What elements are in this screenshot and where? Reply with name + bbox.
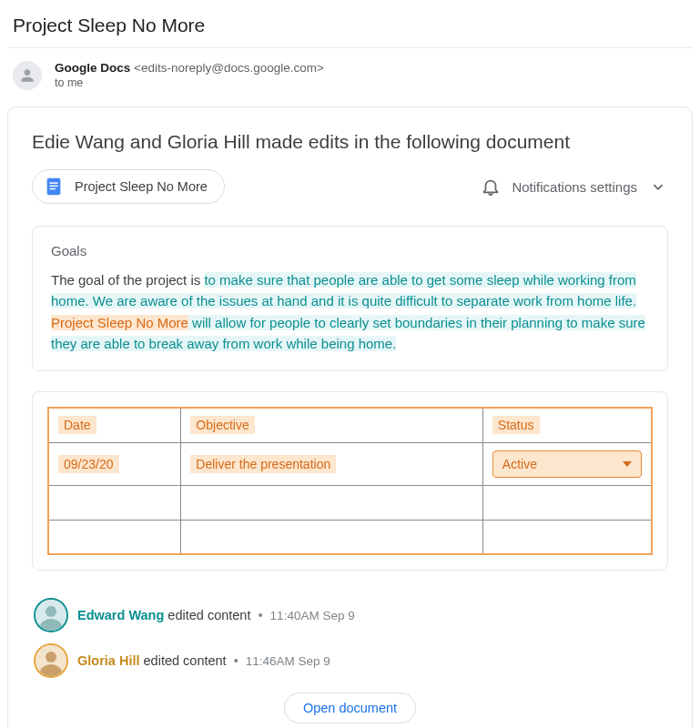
svg-point-5 [46,606,56,617]
avatar [36,645,66,676]
cell-objective: Deliver the presentation [181,442,483,485]
open-document-button[interactable]: Open document [284,693,416,723]
recipient-line[interactable]: to me [55,76,324,89]
separator-dot: • [230,653,242,668]
svg-rect-3 [49,188,55,189]
triangle-down-icon [623,461,632,467]
table-section: Date Objective Status 09/23/20 Deliver t… [32,391,668,571]
svg-rect-1 [49,182,57,183]
editor-timestamp: 11:46AM Sep 9 [246,654,330,668]
cell-date: 09/23/20 [48,442,181,485]
cell-status: Active [482,442,652,485]
goals-body: The goal of the project is to make sure … [51,269,649,354]
objectives-table: Date Objective Status 09/23/20 Deliver t… [47,407,653,555]
editor-name[interactable]: Edward Wang [77,608,164,622]
avatar [36,600,66,631]
sender-line: Google Docs <edits-noreply@docs.google.c… [55,61,324,75]
editor-name[interactable]: Gloria Hill [77,653,140,668]
email-subject: Project Sleep No More [7,9,693,48]
notifications-label: Notifications settings [512,179,637,195]
col-date: Date [48,408,181,442]
sender-row: Google Docs <edits-noreply@docs.google.c… [7,61,693,90]
goals-highlight-orange: Project Sleep No More [51,315,188,330]
goals-title: Goals [51,243,649,258]
separator-dot: • [255,608,267,622]
editor-action: edited content [167,608,250,622]
notifications-settings[interactable]: Notifications settings [481,177,668,197]
goals-prefix: The goal of the project is [51,272,204,288]
editor-activity: Gloria Hill edited content • 11:46AM Sep… [32,638,668,683]
table-row [48,520,652,554]
bell-icon [481,177,501,197]
document-chip-label: Project Sleep No More [75,179,208,194]
docs-icon [44,177,64,197]
status-value: Active [502,457,537,471]
col-objective: Objective [181,408,483,442]
svg-rect-2 [49,186,57,187]
editor-activity: Edward Wang edited content • 11:40AM Sep… [32,592,668,638]
editor-timestamp: 11:40AM Sep 9 [270,609,355,622]
sender-name: Google Docs [55,61,130,75]
svg-point-8 [46,652,56,662]
table-row [48,485,652,520]
sender-avatar-icon [13,61,42,90]
table-header-row: Date Objective Status [48,408,652,442]
status-dropdown[interactable]: Active [492,450,642,478]
document-chip[interactable]: Project Sleep No More [32,169,225,204]
editor-action: edited content [144,653,227,668]
sender-email: <edits-noreply@docs.google.com> [134,61,324,75]
goals-section: Goals The goal of the project is to make… [32,226,668,371]
chevron-down-icon [648,177,668,197]
notification-card: Edie Wang and Gloria Hill made edits in … [7,106,693,728]
card-headline: Edie Wang and Gloria Hill made edits in … [32,131,668,153]
table-row: 09/23/20 Deliver the presentation Active [48,442,652,485]
col-status: Status [482,408,652,442]
